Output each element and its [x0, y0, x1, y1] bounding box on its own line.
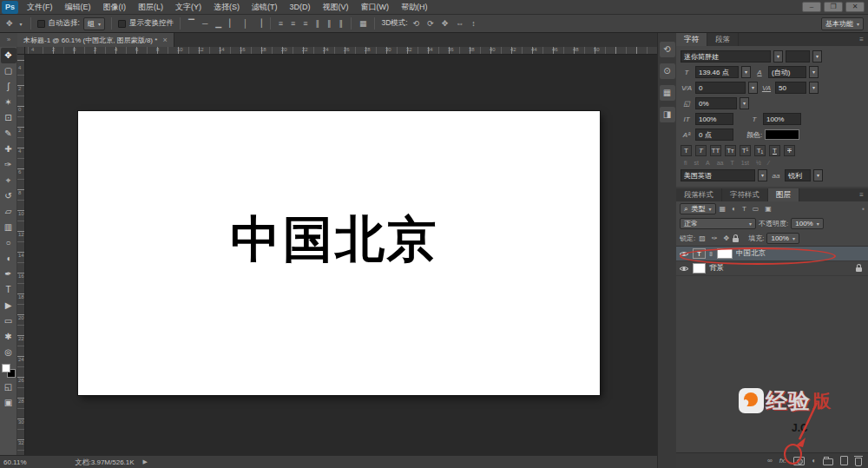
- adjustment-layer-icon[interactable]: ◐: [812, 457, 816, 465]
- tab-character[interactable]: 字符: [676, 33, 707, 46]
- show-transform-checkbox[interactable]: [118, 20, 126, 28]
- distribute-right-edges-icon[interactable]: ∥: [337, 19, 345, 28]
- panel-menu-icon[interactable]: ≡: [855, 33, 868, 46]
- spot-healing-brush-tool[interactable]: ✚: [1, 142, 16, 157]
- opentype-feature-icon[interactable]: ½: [756, 160, 761, 166]
- add-layer-mask-icon[interactable]: [793, 457, 805, 465]
- 3d-roll-icon[interactable]: ⟳: [425, 19, 436, 28]
- vertical-scale-field[interactable]: 100%: [695, 113, 733, 125]
- toolbar-collapse-icon[interactable]: »: [0, 33, 17, 47]
- 3d-drag-icon[interactable]: ✥: [440, 19, 450, 28]
- move-tool-icon[interactable]: ✥: [4, 19, 15, 28]
- 3d-slide-icon[interactable]: ⇔: [454, 19, 465, 28]
- crop-tool[interactable]: ⊡: [1, 110, 16, 126]
- font-size-caret-icon[interactable]: ▾: [741, 66, 751, 78]
- menu-item[interactable]: 帮助(H): [395, 0, 434, 15]
- font-family-field[interactable]: 迷你简胖娃: [681, 50, 771, 63]
- baseline-shift-field[interactable]: 0 点: [695, 129, 733, 141]
- canvas-area[interactable]: 4202468101214161820222426283032343638404…: [17, 47, 657, 455]
- dodge-tool[interactable]: ◖: [1, 251, 16, 267]
- menu-item[interactable]: 编辑(E): [59, 0, 97, 15]
- brush-tool[interactable]: ✑: [1, 157, 16, 173]
- filter-pin-icon[interactable]: ▪: [862, 205, 865, 213]
- layer-row-background[interactable]: 背景: [676, 261, 868, 276]
- hand-tool[interactable]: ✱: [1, 329, 16, 345]
- eyedropper-tool[interactable]: ✎: [1, 126, 16, 142]
- eraser-tool[interactable]: ▱: [1, 204, 16, 220]
- zoom-level-field[interactable]: 60.11%: [3, 458, 27, 466]
- font-size-field[interactable]: 139.46 点: [695, 66, 739, 78]
- status-options-arrow-icon[interactable]: ▶: [143, 458, 148, 465]
- blend-mode-dropdown[interactable]: 正常▾: [680, 218, 756, 229]
- delete-layer-icon[interactable]: [855, 458, 862, 466]
- new-group-icon[interactable]: [823, 458, 833, 465]
- language-caret-icon[interactable]: ▾: [758, 169, 767, 181]
- tab-paragraph-styles[interactable]: 段落样式: [676, 188, 722, 201]
- path-selection-tool[interactable]: ▶: [1, 298, 16, 313]
- opentype-feature-icon[interactable]: ⁄: [768, 160, 769, 166]
- fill-dropdown[interactable]: 100%▾: [766, 233, 799, 244]
- opentype-feature-icon[interactable]: fi: [684, 160, 687, 166]
- faux-bold-button[interactable]: T: [681, 145, 692, 156]
- screen-mode-button[interactable]: ▣: [1, 395, 16, 411]
- align-left-edges-icon[interactable]: ▏: [227, 19, 237, 28]
- canvas-text-layer[interactable]: 中国北京: [231, 207, 439, 274]
- menu-item[interactable]: 文件(F): [21, 0, 59, 15]
- menu-item[interactable]: 滤镜(T): [246, 0, 284, 15]
- filter-shape-layers-icon[interactable]: ▭: [752, 205, 760, 213]
- type-tool[interactable]: T: [1, 282, 16, 298]
- filter-type-layers-icon[interactable]: T: [741, 205, 747, 213]
- blur-tool[interactable]: ○: [1, 235, 16, 251]
- filter-adjustment-layers-icon[interactable]: ◐: [731, 205, 737, 213]
- 3d-rotate-icon[interactable]: ⟲: [411, 19, 422, 28]
- lock-transparency-icon[interactable]: ▨: [698, 234, 707, 242]
- superscript-button[interactable]: T¹: [740, 145, 751, 156]
- restore-button[interactable]: ❐: [824, 2, 843, 12]
- menu-item[interactable]: 3D(D): [284, 0, 317, 15]
- foreground-color-swatch[interactable]: [2, 364, 10, 372]
- subscript-button[interactable]: T₁: [754, 145, 766, 156]
- menu-item[interactable]: 选择(S): [207, 0, 246, 15]
- auto-select-dropdown[interactable]: 组▾: [83, 17, 105, 30]
- layer-name[interactable]: 中国北京: [736, 248, 766, 259]
- all-caps-button[interactable]: TT: [710, 145, 721, 156]
- font-style-caret-icon[interactable]: ▾: [812, 50, 822, 63]
- document-tab[interactable]: 未标题-1 @ 60.1% (中国北京, 图层蒙版/8) * ×: [17, 33, 174, 47]
- tab-character-styles[interactable]: 字符样式: [722, 188, 768, 201]
- new-layer-icon[interactable]: [840, 456, 848, 465]
- opacity-dropdown[interactable]: 100%▾: [791, 218, 823, 229]
- rectangular-marquee-tool[interactable]: ▢: [1, 63, 16, 79]
- mask-link-icon[interactable]: ∞: [708, 252, 714, 256]
- strikethrough-button[interactable]: T: [784, 145, 795, 156]
- antialias-caret-icon[interactable]: ▾: [813, 169, 823, 181]
- workspace-switcher[interactable]: 基本功能▾: [821, 17, 864, 30]
- layer-row-text[interactable]: T ∞ 中国北京: [676, 247, 868, 261]
- auto-align-layers-icon[interactable]: ▦: [358, 19, 369, 28]
- distribute-horizontal-centers-icon[interactable]: ∥: [326, 19, 333, 28]
- pen-tool[interactable]: ✒: [1, 267, 16, 282]
- tab-paragraph[interactable]: 段落: [707, 33, 739, 46]
- small-caps-button[interactable]: Tᴛ: [725, 145, 736, 156]
- tsume-field[interactable]: 0%: [695, 97, 737, 109]
- close-button[interactable]: ✕: [845, 2, 865, 12]
- align-vertical-centers-icon[interactable]: ─: [201, 19, 209, 28]
- font-family-caret-icon[interactable]: ▾: [773, 50, 783, 63]
- quick-mask-button[interactable]: ◱: [1, 379, 16, 395]
- color-panel-icon[interactable]: ▦: [660, 85, 675, 101]
- align-horizontal-centers-icon[interactable]: │: [241, 19, 250, 28]
- rectangle-tool[interactable]: ▭: [1, 313, 16, 329]
- align-bottom-edges-icon[interactable]: ▁: [214, 19, 223, 28]
- layer-name[interactable]: 背景: [709, 263, 724, 274]
- distribute-left-edges-icon[interactable]: ∥: [313, 19, 321, 28]
- layer-style-icon[interactable]: fx.: [779, 457, 786, 465]
- lasso-tool[interactable]: ʃ: [1, 79, 16, 95]
- opentype-feature-icon[interactable]: A: [706, 160, 710, 166]
- filter-smart-objects-icon[interactable]: ▣: [764, 205, 773, 213]
- distribute-vertical-centers-icon[interactable]: ≡: [289, 19, 297, 28]
- quick-selection-tool[interactable]: ✶: [1, 95, 16, 110]
- tab-close-icon[interactable]: ×: [162, 36, 167, 44]
- horizontal-scale-field[interactable]: 100%: [763, 113, 801, 125]
- align-right-edges-icon[interactable]: ▕: [254, 19, 264, 28]
- leading-caret-icon[interactable]: ▾: [809, 66, 819, 78]
- leading-field[interactable]: (自动): [768, 66, 806, 78]
